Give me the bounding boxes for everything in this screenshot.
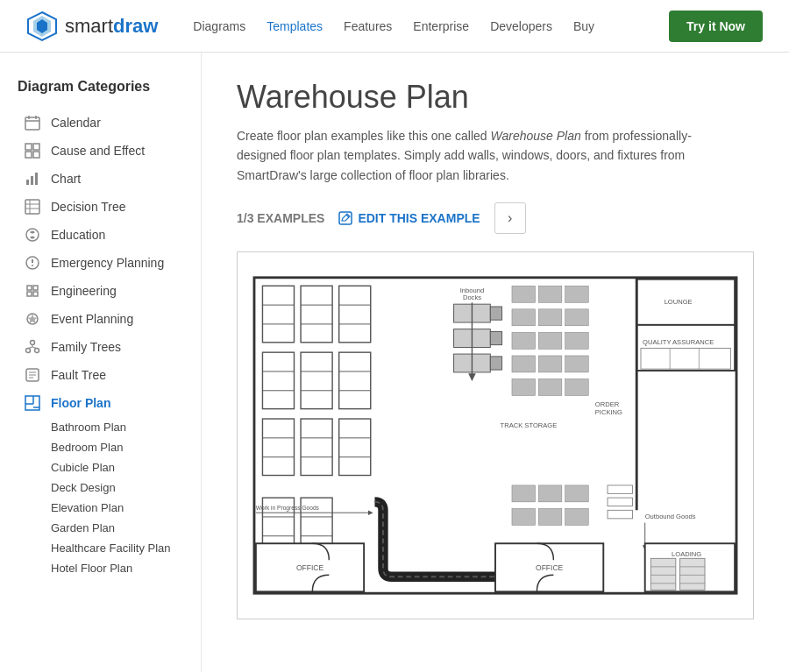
sidebar-item-decision-tree[interactable]: Decision Tree [18,193,192,221]
svg-rect-24 [27,292,32,296]
nav-templates[interactable]: Templates [267,19,323,33]
nav-developers[interactable]: Developers [490,19,552,33]
svg-line-32 [32,347,37,349]
sidebar-label-family-trees: Family Trees [51,340,121,354]
sub-item-bathroom-plan[interactable]: Bathroom Plan [46,417,192,437]
svg-rect-85 [538,309,562,326]
edit-example-link[interactable]: EDIT THIS EXAMPLE [338,211,480,225]
svg-rect-114 [512,485,536,502]
sub-item-cubicle-plan[interactable]: Cubicle Plan [46,457,192,477]
sidebar-label-fault-tree: Fault Tree [51,368,106,382]
warehouse-diagram: Inbound Docks TRACK STORAGE [237,251,754,619]
emergency-planning-icon [23,253,42,272]
nav-enterprise[interactable]: Enterprise [413,19,469,33]
svg-rect-87 [512,333,536,350]
svg-text:OFFICE: OFFICE [536,563,564,572]
main-nav: Diagrams Templates Features Enterprise D… [193,19,669,33]
svg-point-18 [26,229,39,241]
svg-rect-90 [512,356,536,372]
nav-diagrams[interactable]: Diagrams [193,19,245,33]
svg-rect-131 [680,559,705,591]
sidebar-item-education[interactable]: Education [18,221,192,249]
sub-item-deck-design[interactable]: Deck Design [46,477,192,498]
sidebar-item-chart[interactable]: Chart [18,165,192,193]
floor-plan-sub-items: Bathroom Plan Bedroom Plan Cubicle Plan … [18,417,192,578]
next-example-button[interactable]: › [494,202,526,234]
svg-line-31 [28,347,32,349]
svg-rect-117 [512,509,536,526]
engineering-icon [23,281,42,301]
header: smartdraw Diagrams Templates Features En… [0,0,789,53]
svg-text:Outbound Goods: Outbound Goods [645,513,696,520]
nav-buy[interactable]: Buy [573,19,594,33]
example-controls: 1/3 EXAMPLES EDIT THIS EXAMPLE › [237,202,754,234]
svg-rect-81 [512,286,536,302]
logo[interactable]: smartdraw [26,11,158,42]
svg-rect-7 [25,144,32,150]
sidebar-item-engineering[interactable]: Engineering [18,277,192,305]
svg-text:QUALITY ASSURANCE: QUALITY ASSURANCE [643,338,714,346]
svg-rect-115 [538,485,562,502]
main-content: Warehouse Plan Create floor plan example… [202,53,789,672]
svg-text:OFFICE: OFFICE [296,563,324,572]
nav-features[interactable]: Features [344,19,392,33]
sidebar-item-emergency-planning[interactable]: Emergency Planning [18,249,192,277]
svg-rect-92 [565,356,589,372]
sidebar-item-event-planning[interactable]: Event Planning [18,305,192,333]
svg-rect-119 [565,509,589,526]
sidebar-item-fault-tree[interactable]: Fault Tree [18,361,192,389]
svg-rect-83 [565,286,589,302]
edit-example-label: EDIT THIS EXAMPLE [358,211,480,225]
svg-rect-95 [565,379,589,396]
try-it-now-button[interactable]: Try it Now [669,11,763,42]
example-counter: 1/3 EXAMPLES [237,211,324,225]
sub-item-garden-plan[interactable]: Garden Plan [46,518,192,538]
sidebar-item-family-trees[interactable]: Family Trees [18,333,192,361]
svg-text:LOADING: LOADING [672,550,701,558]
main-layout: Diagram Categories Calendar Cause and Ef… [0,53,789,672]
sub-item-bedroom-plan[interactable]: Bedroom Plan [46,437,192,457]
cause-effect-icon [23,141,42,160]
svg-text:ORDER: ORDER [595,400,620,408]
sub-item-healthcare-facility-plan[interactable]: Healthcare Facility Plan [46,538,192,558]
fault-tree-icon [23,365,42,385]
svg-point-21 [32,265,33,266]
svg-rect-76 [490,332,501,345]
sidebar: Diagram Categories Calendar Cause and Ef… [0,53,202,672]
svg-rect-91 [538,356,562,372]
sidebar-item-floor-plan[interactable]: Floor Plan [18,389,192,417]
sidebar-label-floor-plan: Floor Plan [51,396,110,410]
svg-rect-89 [565,333,589,350]
svg-rect-10 [33,152,39,158]
floor-plan-icon [23,393,42,413]
sidebar-label-chart: Chart [51,172,81,186]
sidebar-item-cause-effect[interactable]: Cause and Effect [18,137,192,165]
svg-rect-74 [490,307,501,320]
logo-text: smartdraw [65,15,158,38]
svg-rect-41 [339,212,352,224]
svg-rect-13 [35,173,38,185]
decision-tree-icon [23,197,42,216]
svg-rect-86 [565,309,589,326]
svg-rect-14 [25,200,39,214]
page-title: Warehouse Plan [237,79,754,116]
svg-point-28 [26,349,31,353]
svg-rect-116 [565,485,589,502]
svg-rect-88 [538,333,562,350]
svg-rect-3 [25,117,39,130]
sidebar-item-calendar[interactable]: Calendar [18,109,192,137]
svg-rect-78 [490,357,501,370]
svg-text:Work in Progress Goods: Work in Progress Goods [256,506,320,513]
svg-rect-12 [31,176,33,185]
sub-item-hotel-floor-plan[interactable]: Hotel Floor Plan [46,558,192,578]
svg-rect-11 [26,180,29,185]
svg-point-29 [35,349,39,353]
svg-rect-9 [25,152,32,158]
sub-item-elevation-plan[interactable]: Elevation Plan [46,498,192,518]
svg-rect-25 [33,292,38,296]
svg-rect-23 [33,286,38,290]
sidebar-label-education: Education [51,228,105,242]
svg-text:PICKING: PICKING [595,408,622,416]
sidebar-label-cause-effect: Cause and Effect [51,144,145,158]
event-planning-icon [23,309,42,329]
